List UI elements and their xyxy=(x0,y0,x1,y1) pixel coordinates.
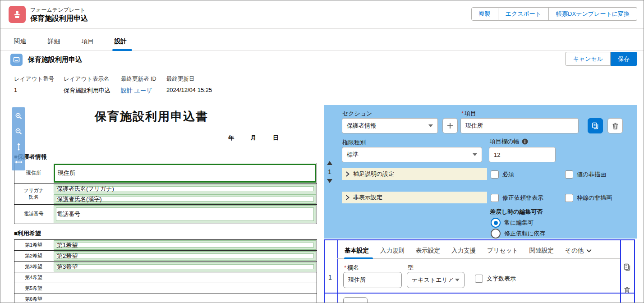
choice3-field-cell[interactable]: 第3希望 xyxy=(54,262,316,271)
detail-tab-display[interactable]: 表示設定 xyxy=(416,247,440,255)
cancel-button[interactable]: キャンセル xyxy=(565,52,611,66)
detail-tab-related[interactable]: 関連設定 xyxy=(529,247,554,255)
row-value-area[interactable] xyxy=(53,272,317,283)
tab-details[interactable]: 詳細 xyxy=(48,37,60,46)
permission-type-select[interactable]: 標準 xyxy=(342,147,482,162)
horizontal-resize-icon[interactable] xyxy=(14,157,23,167)
item-order-number: 1 xyxy=(326,168,333,175)
table-row-address: 現住所 現住所 xyxy=(14,163,317,184)
delete-row-button[interactable] xyxy=(623,286,631,296)
detail-tab-input-rules[interactable]: 入力規則 xyxy=(380,247,405,255)
radio-always-editable-row: 常に編集可 xyxy=(491,218,534,228)
year-label: 年 xyxy=(228,134,234,142)
detail-tab-more[interactable]: その他 xyxy=(565,247,592,255)
tab-items[interactable]: 項目 xyxy=(82,37,94,46)
field-name-label: *欄名 xyxy=(344,264,359,272)
date-labels: 年 月 日 xyxy=(228,134,279,142)
move-down-icon[interactable] xyxy=(327,179,332,183)
table-row-choice4: 第4希望 xyxy=(14,272,317,283)
row-value-area[interactable] xyxy=(53,283,317,294)
info-icon[interactable] xyxy=(522,138,528,145)
plus-icon xyxy=(446,122,454,129)
table-row-choice5: 第5希望 xyxy=(14,283,317,294)
save-cancel-group: キャンセル 保存 xyxy=(565,52,637,66)
last-modified-by-link[interactable]: 設計 ユーザ xyxy=(121,87,156,95)
always-editable-radio[interactable] xyxy=(491,218,501,228)
copy-item-button[interactable] xyxy=(588,118,603,133)
tabbar-divider xyxy=(0,50,644,51)
name-kanji-field-cell[interactable]: 保護者氏名(漢字) xyxy=(54,194,316,204)
hide-revision-checkbox-row: 修正依頼非表示 xyxy=(491,194,543,202)
char-count-checkbox[interactable] xyxy=(475,275,483,283)
hide-revision-checkbox-label: 修正依頼非表示 xyxy=(502,194,543,202)
hidden-settings-label: 非表示設定 xyxy=(353,193,382,202)
field-name-value: 現住所 xyxy=(348,276,397,284)
request-section-heading: ■利用希望 xyxy=(14,230,41,238)
section-select[interactable]: 保護者情報 xyxy=(342,118,438,133)
detail-tab-bar: 基本設定 入力規則 表示設定 入力支援 プリセット 関連設定 その他 xyxy=(345,247,592,255)
request-table: 第1希望 第1希望 第2希望 第2希望 第3希望 第3希望 第4希望 第5希望 … xyxy=(14,239,317,303)
copy-row-button[interactable] xyxy=(623,263,631,273)
zoom-out-icon[interactable] xyxy=(14,126,23,136)
detail-tab-basic[interactable]: 基本設定 xyxy=(345,247,369,255)
field-name-input[interactable]: 現住所 xyxy=(343,272,402,288)
save-button[interactable]: 保存 xyxy=(611,52,637,66)
item-name-input[interactable]: 現住所 xyxy=(460,118,579,133)
row-value-area[interactable] xyxy=(53,294,317,303)
meta-field-layout-name: レイアウト表示名 保育施設利用申込 xyxy=(64,75,110,95)
table-row-choice6: 第6希望 xyxy=(14,294,317,303)
tab-design[interactable]: 設計 xyxy=(115,37,127,46)
no-value-draw-checkbox-label: 値の非描画 xyxy=(577,170,606,179)
field-width-value: 12 xyxy=(494,152,551,158)
detail-left-divider xyxy=(337,240,338,303)
detail-right-divider xyxy=(620,240,621,303)
copy-icon xyxy=(591,122,599,130)
layout-glyph xyxy=(13,56,20,64)
person-podium-glyph xyxy=(12,9,22,19)
required-checkbox[interactable] xyxy=(491,170,499,179)
convert-to-dx-template-button[interactable]: 帳票DXテンプレートに変換 xyxy=(549,7,637,21)
no-border-draw-checkbox[interactable] xyxy=(565,194,573,202)
row-label: 電話番号 xyxy=(14,205,53,224)
add-section-button[interactable] xyxy=(442,118,458,133)
type-select[interactable]: テキストエリア xyxy=(407,272,465,288)
depends-revision-radio[interactable] xyxy=(491,229,501,239)
move-up-icon[interactable] xyxy=(327,161,332,165)
hidden-settings-toggle[interactable]: 非表示設定 xyxy=(342,192,487,203)
phone-field-cell[interactable]: 電話番号 xyxy=(54,205,316,223)
header-divider xyxy=(0,28,644,29)
tab-related[interactable]: 関連 xyxy=(14,37,26,46)
detail-tab-underline-track xyxy=(337,258,620,259)
supplement-settings-toggle[interactable]: 補足説明の設定 xyxy=(342,168,487,180)
chevron-down-icon xyxy=(428,124,433,127)
meta-label: レイアウト表示名 xyxy=(64,75,110,83)
meta-value: 2024/12/04 15:25 xyxy=(166,87,212,93)
address-field-cell-selected[interactable]: 現住所 xyxy=(54,164,316,183)
detail-tab-preset[interactable]: プリセット xyxy=(487,247,518,255)
hide-revision-checkbox[interactable] xyxy=(491,194,499,202)
meta-value: 1 xyxy=(14,87,54,93)
no-border-draw-checkbox-row: 枠線の非描画 xyxy=(565,194,612,202)
detail-active-tab-underline xyxy=(344,257,373,259)
name-kana-field-cell[interactable]: 保護者氏名(フリガナ) xyxy=(54,184,316,193)
export-button[interactable]: エクスポート xyxy=(498,7,549,21)
no-value-draw-checkbox[interactable] xyxy=(565,170,573,179)
duplicate-button[interactable]: 複製 xyxy=(471,7,498,21)
choice1-field-cell[interactable]: 第1希望 xyxy=(54,240,316,250)
table-row-phone: 電話番号 電話番号 xyxy=(14,205,317,224)
guardian-table: 現住所 現住所 フリガナ 氏名 保護者氏名(フリガナ) 保護者氏名(漢字) 電話… xyxy=(14,163,317,224)
detail-row2-field-partial[interactable] xyxy=(343,297,368,303)
delete-item-button[interactable] xyxy=(607,118,623,133)
field-width-input[interactable]: 12 xyxy=(489,147,556,162)
active-tab-underline xyxy=(112,49,132,51)
app-window: フォームテンプレート 保育施設利用申込 複製 エクスポート 帳票DXテンプレート… xyxy=(0,0,644,303)
zoom-in-icon[interactable] xyxy=(14,111,23,121)
chevron-down-icon xyxy=(455,279,460,281)
choice2-field-cell[interactable]: 第2希望 xyxy=(54,251,316,261)
detail-tab-input-assist[interactable]: 入力支援 xyxy=(451,247,476,255)
vertical-resize-icon[interactable] xyxy=(14,142,23,152)
char-count-checkbox-row: 文字数表示 xyxy=(475,275,516,283)
detail-row-separator xyxy=(325,293,634,294)
meta-field-last-modified-by: 最終更新者 ID 設計 ユーザ xyxy=(121,75,156,95)
row-value-area: 第3希望 xyxy=(53,262,317,272)
